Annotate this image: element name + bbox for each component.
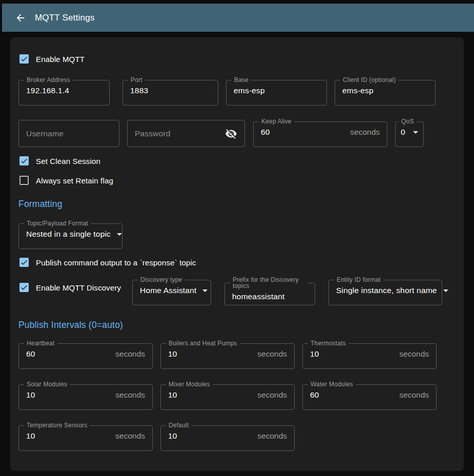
broker-address-label: Broker Address [24, 77, 73, 83]
chevron-down-icon [117, 233, 122, 236]
temperature-sensors-value: 10 [26, 431, 35, 441]
keep-alive-field[interactable]: Keep Alive 60 seconds [253, 118, 387, 147]
port-field[interactable]: Port 1883 [122, 77, 218, 106]
seconds-unit: seconds [399, 390, 429, 400]
seconds-unit: seconds [399, 349, 429, 359]
enable-mqtt-checkbox[interactable] [19, 54, 29, 64]
seconds-unit: seconds [115, 431, 145, 441]
client-id-label: Client ID (optional) [340, 77, 398, 83]
publish-response-row: Publish command output to a `response` t… [18, 258, 456, 267]
keep-alive-unit: seconds [350, 128, 380, 137]
password-visibility-toggle[interactable] [225, 128, 237, 140]
seconds-unit: seconds [115, 349, 145, 359]
formatting-heading: Formatting [18, 199, 456, 210]
intervals-grid: Heartbeat 60 seconds Boilers and Heat Pu… [18, 340, 456, 451]
solar-modules-field[interactable]: Solar Modules 10 seconds [18, 381, 153, 410]
mqtt-settings-panel: Enable MQTT Broker Address 192.168.1.4 P… [10, 37, 464, 471]
broker-address-field[interactable]: Broker Address 192.168.1.4 [18, 77, 110, 106]
entity-id-format-select[interactable]: Entity ID format Single instance, short … [328, 277, 442, 305]
port-value: 1883 [130, 86, 148, 95]
base-label: Base [232, 77, 251, 83]
check-icon [20, 283, 28, 292]
base-value: ems-esp [234, 86, 265, 95]
heartbeat-label: Heartbeat [24, 340, 57, 346]
enable-mqtt-label: Enable MQTT [36, 55, 85, 64]
password-placeholder: Password [135, 129, 171, 138]
default-interval-field[interactable]: Default 10 seconds [160, 422, 295, 451]
client-id-field[interactable]: Client ID (optional) ems-esp [335, 77, 436, 106]
publish-intervals-heading: Publish Intervals (0=auto) [18, 320, 456, 330]
discovery-prefix-label: Prefix for the Discovery topics [230, 277, 307, 289]
thermostats-field[interactable]: Thermostats 10 seconds [302, 340, 437, 369]
seconds-unit: seconds [257, 431, 287, 441]
retain-flag-checkbox[interactable] [19, 176, 29, 185]
default-interval-label: Default [166, 422, 191, 428]
clean-session-row: Set Clean Session [18, 156, 456, 165]
publish-response-label: Publish command output to a `response` t… [36, 258, 196, 267]
qos-label: QoS [399, 118, 417, 125]
chevron-down-icon [413, 131, 418, 134]
arrow-left-icon [15, 12, 26, 24]
discovery-row: Enable MQTT Discovery Discovery type Hom… [18, 277, 456, 305]
retain-flag-label: Always set Retain flag [36, 176, 113, 185]
boilers-heat-pumps-value: 10 [168, 349, 177, 359]
username-placeholder: Username [26, 129, 64, 138]
thermostats-label: Thermostats [308, 340, 348, 346]
keep-alive-value: 60 [261, 128, 270, 137]
mixer-modules-label: Mixer Modules [166, 381, 213, 387]
discovery-prefix-field[interactable]: Prefix for the Discovery topics homeassi… [224, 277, 315, 305]
check-icon [20, 55, 28, 63]
solar-modules-value: 10 [26, 390, 35, 400]
solar-modules-label: Solar Modules [24, 381, 70, 387]
boilers-heat-pumps-label: Boilers and Heat Pumps [166, 340, 240, 346]
discovery-type-value: Home Assistant [140, 286, 196, 295]
default-interval-value: 10 [168, 431, 177, 441]
page-title: MQTT Settings [35, 13, 95, 23]
discovery-type-label: Discovery type [138, 277, 185, 283]
chevron-down-icon [202, 289, 208, 292]
check-icon [20, 157, 28, 165]
clean-session-label: Set Clean Session [36, 157, 100, 165]
visibility-off-icon [225, 128, 237, 140]
water-modules-value: 60 [310, 390, 319, 400]
temperature-sensors-field[interactable]: Temperature Sensors 10 seconds [18, 422, 153, 451]
topic-format-value: Nested in a single topic [26, 230, 111, 239]
chevron-down-icon [443, 289, 448, 292]
port-label: Port [128, 77, 145, 83]
seconds-unit: seconds [257, 390, 287, 400]
password-input[interactable]: Password [127, 120, 245, 147]
topic-format-select[interactable]: Topic/Payload Format Nested in a single … [18, 220, 122, 249]
enable-discovery-row: Enable MQTT Discovery [18, 283, 132, 292]
water-modules-field[interactable]: Water Modules 60 seconds [302, 381, 437, 410]
back-button[interactable] [14, 12, 27, 24]
check-icon [20, 258, 28, 266]
seconds-unit: seconds [257, 349, 287, 359]
base-field[interactable]: Base ems-esp [226, 77, 327, 106]
heartbeat-field[interactable]: Heartbeat 60 seconds [18, 340, 153, 369]
mixer-modules-value: 10 [168, 390, 177, 400]
broker-address-value: 192.168.1.4 [26, 86, 69, 95]
enable-discovery-checkbox[interactable] [19, 283, 29, 292]
topic-format-label: Topic/Payload Format [24, 220, 91, 226]
enable-discovery-label: Enable MQTT Discovery [36, 283, 121, 292]
mixer-modules-field[interactable]: Mixer Modules 10 seconds [160, 381, 295, 410]
appbar: MQTT Settings [2, 4, 474, 32]
thermostats-value: 10 [310, 349, 319, 359]
entity-id-format-label: Entity ID format [334, 277, 383, 283]
keep-alive-label: Keep Alive [259, 118, 294, 125]
retain-flag-row: Always set Retain flag [18, 176, 456, 185]
discovery-type-select[interactable]: Discovery type Home Assistant [132, 277, 211, 305]
qos-select[interactable]: QoS 0 [395, 118, 424, 147]
discovery-prefix-value: homeassistant [232, 292, 285, 301]
enable-mqtt-row: Enable MQTT [18, 54, 456, 64]
username-input[interactable]: Username [18, 120, 119, 147]
water-modules-label: Water Modules [308, 381, 356, 387]
heartbeat-value: 60 [26, 349, 35, 359]
broker-fields-row: Broker Address 192.168.1.4 Port 1883 Bas… [18, 77, 456, 106]
clean-session-checkbox[interactable] [19, 156, 29, 165]
boilers-heat-pumps-field[interactable]: Boilers and Heat Pumps 10 seconds [160, 340, 295, 369]
seconds-unit: seconds [115, 390, 145, 400]
publish-response-checkbox[interactable] [19, 258, 29, 267]
qos-value: 0 [401, 128, 405, 137]
entity-id-format-value: Single instance, short name [336, 286, 437, 295]
